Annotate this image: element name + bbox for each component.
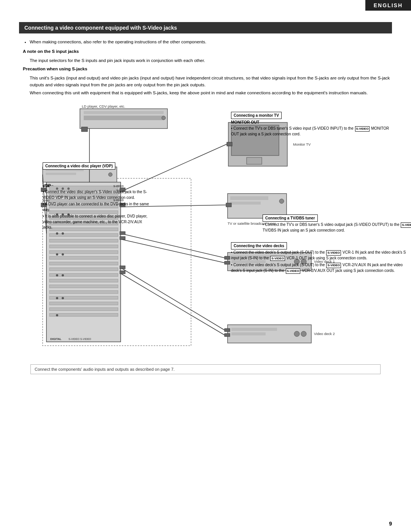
svg-line-39 xyxy=(121,268,225,330)
svg-rect-92 xyxy=(120,266,125,269)
svg-rect-13 xyxy=(247,157,262,164)
note-precaution-body2: When connecting this unit with equipment… xyxy=(30,90,392,97)
svg-point-80 xyxy=(62,253,64,256)
svg-rect-69 xyxy=(49,308,118,311)
svg-rect-90 xyxy=(120,232,125,235)
svg-rect-59 xyxy=(49,251,118,254)
ld-player-label: LD player, CDV player, etc. xyxy=(82,104,125,108)
vdp-title: VDP xyxy=(43,183,149,189)
svg-rect-10 xyxy=(81,127,88,132)
svg-rect-64 xyxy=(49,279,118,282)
svg-rect-19 xyxy=(226,203,231,207)
svg-rect-91 xyxy=(120,237,125,240)
svg-rect-33 xyxy=(225,333,230,337)
svg-rect-14 xyxy=(227,142,232,146)
tv-dbs-device-label: TV or satellite broadcast tuner xyxy=(228,221,276,226)
connecting-video-decks-callout: Connecting the video decks xyxy=(231,242,287,249)
english-label: ENGLISH xyxy=(365,0,411,11)
svg-point-82 xyxy=(62,274,64,276)
monitor-out-body: • Connect the TV's or DBS tuner's S vide… xyxy=(231,126,391,137)
svg-rect-62 xyxy=(49,268,118,271)
connection-lines: S-VIDEO OUT S-VIDEO OUT xyxy=(19,104,392,378)
vdp-bullet1: Connect the video disc player's S-Video … xyxy=(43,190,147,200)
svg-line-38 xyxy=(121,239,225,263)
note-s-input-body: The input selectors for the S inputs and… xyxy=(30,57,392,64)
svg-rect-28 xyxy=(231,328,277,331)
svg-rect-70 xyxy=(49,313,118,316)
svg-rect-67 xyxy=(49,296,118,299)
svg-text:DIGITAL: DIGITAL xyxy=(50,337,62,341)
vdp-bullet2: A DVD player can be connected to the DVD… xyxy=(43,202,149,212)
svg-point-30 xyxy=(301,331,306,337)
svg-point-81 xyxy=(56,274,58,276)
svg-rect-32 xyxy=(225,329,230,332)
svg-rect-16 xyxy=(230,196,268,200)
diagram-area: S-VIDEO OUT S-VIDEO OUT xyxy=(19,104,392,378)
svg-point-9 xyxy=(108,173,112,176)
svg-point-78 xyxy=(62,232,64,235)
svg-point-84 xyxy=(62,297,64,299)
svg-rect-61 xyxy=(49,262,118,265)
svg-point-18 xyxy=(279,199,284,203)
monitor-out-title: MONITOR OUT xyxy=(231,119,391,125)
svg-point-31 xyxy=(294,331,299,337)
footer-note: Connect the components' audio inputs and… xyxy=(30,364,381,374)
svg-rect-29 xyxy=(231,332,266,335)
note-s-input: A note on the S input jacks xyxy=(23,48,392,55)
note-precaution-title: Precaution when using S-jacks xyxy=(23,67,87,71)
video-deck2-label: Video deck 2 xyxy=(314,332,335,336)
svg-point-5 xyxy=(162,116,166,120)
tv-dbs-body: • Connect the TV's or DBS tuner's S vide… xyxy=(263,222,411,233)
connecting-monitor-tv-callout: Connecting a monitor TV xyxy=(231,112,282,119)
svg-rect-65 xyxy=(49,285,118,288)
svg-rect-58 xyxy=(49,245,118,248)
svg-rect-26 xyxy=(225,261,230,264)
section-title: Connecting a video component equipped wi… xyxy=(19,22,392,33)
svg-rect-25 xyxy=(225,256,230,259)
note-precaution: Precaution when using S-jacks xyxy=(23,66,392,73)
vdp-bullet3: It is also possible to connect a video d… xyxy=(43,214,147,229)
svg-line-40 xyxy=(121,273,225,335)
svg-rect-27 xyxy=(228,325,311,343)
monitor-out-desc: MONITOR OUT • Connect the TV's or DBS tu… xyxy=(231,119,391,137)
svg-text:S-VIDEO S-VIDEO: S-VIDEO S-VIDEO xyxy=(68,338,91,340)
svg-rect-8 xyxy=(46,173,76,175)
tv-dbs-desc: • Connect the TV's or DBS tuner's S vide… xyxy=(263,222,411,233)
svg-point-79 xyxy=(56,253,58,256)
svg-point-77 xyxy=(56,232,58,235)
svg-rect-4 xyxy=(84,116,164,120)
vdp-desc: VDP • Connect the video disc player's S-… xyxy=(43,183,149,230)
svg-rect-60 xyxy=(49,256,118,259)
svg-point-83 xyxy=(56,297,58,299)
svg-rect-3 xyxy=(84,111,164,114)
svg-line-37 xyxy=(121,233,225,258)
svg-rect-2 xyxy=(80,109,167,129)
svg-rect-17 xyxy=(230,202,261,205)
note-precaution-body1: This unit's S-jacks (input and output) a… xyxy=(30,75,392,89)
svg-rect-63 xyxy=(49,273,118,276)
video-decks-desc: • Connect the video deck's S output jack… xyxy=(231,250,408,273)
svg-rect-68 xyxy=(49,302,118,305)
connecting-vdp-callout: Connecting a video disc player (VDP) xyxy=(43,162,115,170)
svg-rect-56 xyxy=(49,233,118,237)
svg-rect-93 xyxy=(120,271,125,274)
intro-bullets: When making connections, also refer to t… xyxy=(23,39,392,45)
monitor-tv-device-label: Monitor TV xyxy=(293,142,311,146)
note-s-input-title: A note on the S input jacks xyxy=(23,49,79,54)
connecting-tv-dbs-callout: Connecting a TV/DBS tuner xyxy=(263,214,318,222)
svg-rect-66 xyxy=(49,291,118,294)
svg-point-85 xyxy=(56,314,58,316)
page-number: 9 xyxy=(389,521,392,527)
svg-rect-57 xyxy=(49,239,118,242)
intro-bullet-1: When making connections, also refer to t… xyxy=(30,39,392,45)
